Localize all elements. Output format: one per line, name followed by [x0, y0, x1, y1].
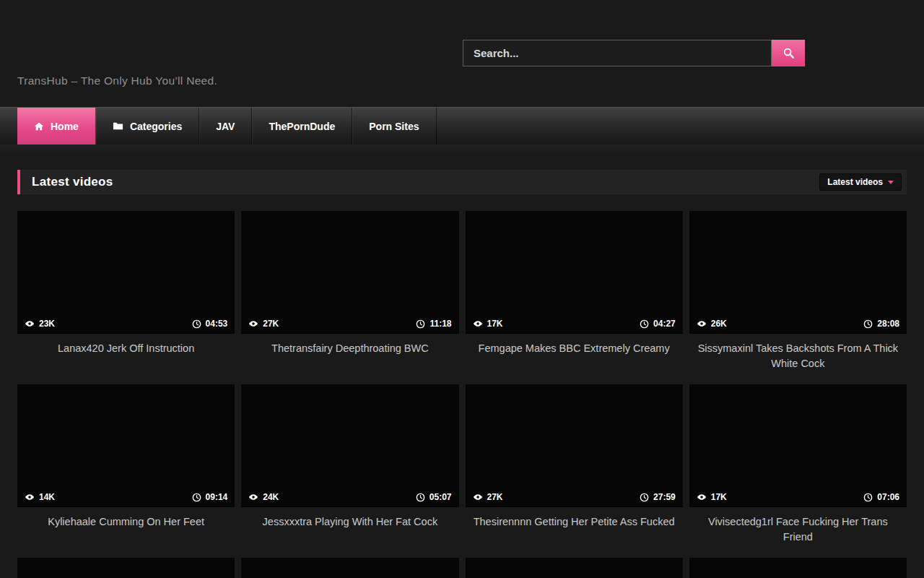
video-thumbnail[interactable] — [241, 558, 458, 578]
video-grid: 23K 04:53 Lanax420 Jerk Off Instruction — [17, 211, 907, 558]
duration: 04:53 — [206, 319, 228, 329]
video-title[interactable]: Thesirennnn Getting Her Petite Ass Fucke… — [466, 507, 683, 558]
duration-stat: 09:14 — [192, 492, 228, 502]
views-stat: 17K — [473, 319, 503, 329]
clock-icon — [863, 493, 873, 502]
video-title[interactable]: Femgape Makes BBC Extremely Creamy — [466, 334, 683, 384]
view-count: 27K — [487, 492, 503, 502]
eye-icon — [248, 492, 258, 502]
views-stat: 23K — [25, 319, 55, 329]
eye-icon — [25, 319, 35, 329]
nav-item-categories[interactable]: Categories — [96, 108, 199, 144]
eye-icon — [248, 319, 258, 329]
video-stats: 24K 05:07 — [241, 488, 458, 507]
duration-stat: 04:53 — [192, 319, 228, 329]
view-count: 23K — [39, 319, 55, 329]
video-thumbnail[interactable] — [17, 558, 235, 578]
video-stats: 14K 09:14 — [17, 488, 235, 507]
video-card[interactable] — [241, 558, 458, 578]
view-count: 17K — [711, 492, 727, 502]
view-count: 27K — [263, 319, 279, 329]
clock-icon — [192, 493, 201, 502]
video-thumbnail[interactable] — [466, 558, 683, 578]
duration-stat: 07:06 — [863, 492, 899, 502]
page: TransHub – The Only Hub You’ll Need. Hom… — [0, 0, 924, 578]
video-thumbnail[interactable]: 17K 07:06 — [689, 384, 907, 507]
video-grid-partial-row — [17, 558, 907, 578]
video-card[interactable] — [17, 558, 235, 578]
video-thumbnail[interactable]: 26K 28:08 — [689, 211, 907, 334]
folder-icon — [113, 121, 123, 131]
duration: 07:06 — [877, 492, 899, 502]
site-tagline: TransHub – The Only Hub You’ll Need. — [17, 74, 217, 87]
duration-stat: 28:08 — [863, 319, 899, 329]
duration: 28:08 — [877, 319, 899, 329]
video-stats: 27K 11:18 — [241, 314, 458, 334]
video-title[interactable]: Lanax420 Jerk Off Instruction — [17, 334, 235, 384]
nav-item-home[interactable]: Home — [17, 108, 96, 144]
home-icon — [34, 121, 44, 131]
video-thumbnail[interactable]: 17K 04:27 — [466, 211, 683, 334]
sort-dropdown-button[interactable]: Latest videos — [819, 173, 902, 191]
duration-stat: 27:59 — [640, 492, 676, 502]
video-card[interactable] — [466, 558, 683, 578]
views-stat: 14K — [25, 492, 55, 502]
video-title[interactable]: Vivisectedg1rl Face Fucking Her Trans Fr… — [689, 507, 907, 558]
section-title: Latest videos — [32, 175, 113, 189]
video-stats: 17K 04:27 — [466, 314, 683, 334]
video-card[interactable]: 17K 04:27 Femgape Makes BBC Extremely Cr… — [466, 211, 683, 384]
section-header: Latest videos Latest videos — [17, 170, 907, 194]
caret-down-icon — [888, 181, 894, 184]
video-card[interactable]: 26K 28:08 Sissymaxinl Takes Backshots Fr… — [689, 211, 907, 384]
eye-icon — [697, 492, 707, 502]
views-stat: 26K — [697, 319, 727, 329]
view-count: 17K — [487, 319, 503, 329]
search-bar — [463, 40, 805, 66]
search-button[interactable] — [772, 40, 805, 66]
nav-item-jav[interactable]: JAV — [199, 108, 252, 144]
video-card[interactable] — [689, 558, 907, 578]
duration-stat: 04:27 — [640, 319, 676, 329]
clock-icon — [640, 319, 649, 329]
views-stat: 27K — [248, 319, 279, 329]
video-thumbnail[interactable]: 14K 09:14 — [17, 384, 235, 507]
duration: 04:27 — [653, 319, 676, 329]
video-thumbnail[interactable]: 27K 27:59 — [466, 384, 683, 507]
video-title[interactable]: Kyliehaale Cumming On Her Feet — [17, 507, 235, 558]
video-card[interactable]: 27K 27:59 Thesirennnn Getting Her Petite… — [466, 384, 683, 558]
view-count: 26K — [711, 319, 727, 329]
eye-icon — [25, 492, 35, 502]
clock-icon — [640, 493, 649, 502]
nav-item-theporndude[interactable]: ThePornDude — [252, 108, 352, 144]
video-stats: 27K 27:59 — [466, 488, 683, 507]
eye-icon — [473, 492, 483, 502]
duration: 09:14 — [206, 492, 228, 502]
nav-item-porn-sites[interactable]: Porn Sites — [352, 108, 436, 144]
video-card[interactable]: 27K 11:18 Thetransfairy Deepthroating BW… — [241, 211, 458, 384]
eye-icon — [697, 319, 707, 329]
video-card[interactable]: 24K 05:07 Jessxxxtra Playing With Her Fa… — [241, 384, 458, 558]
video-card[interactable]: 14K 09:14 Kyliehaale Cumming On Her Feet — [17, 384, 235, 558]
video-thumbnail[interactable]: 24K 05:07 — [241, 384, 458, 507]
duration: 05:07 — [430, 492, 452, 502]
video-title[interactable]: Jessxxxtra Playing With Her Fat Cock — [241, 507, 458, 558]
video-title[interactable]: Thetransfairy Deepthroating BWC — [241, 334, 458, 384]
video-stats: 17K 07:06 — [689, 488, 907, 507]
clock-icon — [416, 319, 425, 329]
video-thumbnail[interactable]: 27K 11:18 — [241, 211, 458, 334]
views-stat: 27K — [473, 492, 503, 502]
clock-icon — [192, 319, 201, 329]
sort-dropdown-label: Latest videos — [827, 177, 883, 187]
video-title[interactable]: Sissymaxinl Takes Backshots From A Thick… — [689, 334, 907, 384]
video-stats: 23K 04:53 — [17, 314, 235, 334]
video-card[interactable]: 17K 07:06 Vivisectedg1rl Face Fucking He… — [689, 384, 907, 558]
video-card[interactable]: 23K 04:53 Lanax420 Jerk Off Instruction — [17, 211, 235, 384]
duration-stat: 11:18 — [416, 319, 451, 329]
video-thumbnail[interactable] — [689, 558, 907, 578]
eye-icon — [473, 319, 483, 329]
video-thumbnail[interactable]: 23K 04:53 — [17, 211, 235, 334]
nav-shadow — [0, 144, 924, 153]
main-nav: Home Categories JAV ThePornDude Porn Sit… — [0, 107, 924, 144]
duration: 27:59 — [653, 492, 676, 502]
search-input[interactable] — [463, 40, 772, 66]
